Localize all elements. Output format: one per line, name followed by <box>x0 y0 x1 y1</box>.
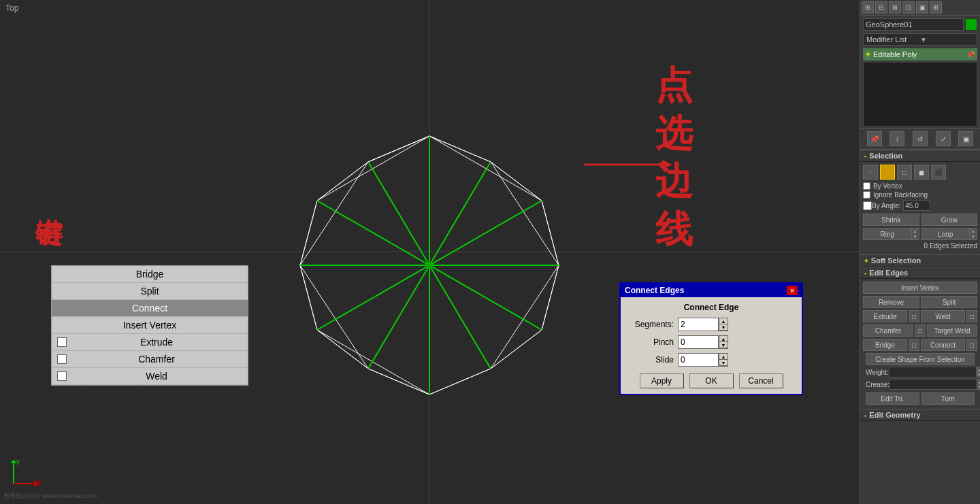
panel-icon-move[interactable]: ↕ <box>889 131 904 146</box>
ring-spinner-down[interactable]: ▼ <box>912 234 919 239</box>
dialog-title: Connect Edges ✕ <box>621 284 802 297</box>
panel-icon-select[interactable]: ▣ <box>958 131 973 146</box>
grow-button[interactable]: Grow <box>921 214 978 226</box>
subobject-icons: · ⟋ □ ◼ ⬛ <box>863 165 977 180</box>
menu-item-weld[interactable]: Weld <box>52 368 248 385</box>
slide-spinner-down[interactable]: ▼ <box>719 360 728 366</box>
menu-item-extrude[interactable]: Extrude <box>52 334 248 351</box>
extrude-sq-button[interactable]: □ <box>909 310 919 322</box>
panel-icon-pin[interactable]: 📌 <box>867 131 882 146</box>
polygon-icon[interactable]: ◼ <box>914 165 929 180</box>
target-weld-button[interactable]: Target Weld <box>927 324 977 337</box>
object-name-field <box>863 18 977 31</box>
toolbar-icon-2[interactable]: ⊟ <box>875 1 887 14</box>
apply-button[interactable]: Apply <box>640 373 684 388</box>
slide-spinner-up[interactable]: ▲ <box>719 354 728 360</box>
panel-icon-scale[interactable]: ⤢ <box>936 131 951 146</box>
remove-button[interactable]: Remove <box>863 296 919 308</box>
insert-vertex-button[interactable]: Insert Vertex <box>863 282 977 294</box>
selection-section-header[interactable]: - Selection <box>860 150 980 162</box>
create-shape-button[interactable]: Create Shape From Selection <box>866 353 975 365</box>
toolbar-icon-5[interactable]: ▣ <box>916 1 928 14</box>
viewport-grid <box>0 0 860 504</box>
by-angle-checkbox[interactable] <box>863 201 872 210</box>
shrink-button[interactable]: Shrink <box>863 214 919 226</box>
ok-button[interactable]: OK <box>689 373 734 388</box>
weight-spinner-down[interactable]: ▼ <box>977 372 980 377</box>
context-menu: Bridge Split Connect Insert Vertex Extru… <box>51 265 248 386</box>
pinch-spinner[interactable]: ▲ ▼ <box>719 335 728 349</box>
object-name-input[interactable] <box>863 18 964 31</box>
menu-item-connect[interactable]: Connect <box>52 300 248 317</box>
toolbar-icon-3[interactable]: ⊠ <box>889 1 901 14</box>
extrude-button[interactable]: Extrude <box>863 310 907 322</box>
soft-selection-header[interactable]: + Soft Selection <box>860 254 980 267</box>
element-icon[interactable]: ⬛ <box>931 165 946 180</box>
object-color-box[interactable] <box>965 18 977 31</box>
segments-spinner-up[interactable]: ▲ <box>719 318 728 324</box>
pinch-input[interactable] <box>678 335 719 349</box>
loop-button[interactable]: Loop <box>921 228 970 240</box>
pinch-spinner-down[interactable]: ▼ <box>719 342 728 348</box>
modifier-stack <box>863 62 977 127</box>
ring-button[interactable]: Ring <box>863 228 911 240</box>
segments-spinner-down[interactable]: ▼ <box>719 324 728 331</box>
menu-item-insert-vertex[interactable]: Insert Vertex <box>52 317 248 334</box>
axis-indicator: X Y <box>10 460 41 490</box>
cancel-button[interactable]: Cancel <box>739 373 783 388</box>
chamfer-button[interactable]: Chamfer <box>863 324 913 337</box>
dialog-close-button[interactable]: ✕ <box>787 286 798 295</box>
connect-sq-button[interactable]: □ <box>966 339 977 351</box>
viewport[interactable]: Top 右键 点 选 边 线 Bridge Split Connect Inse… <box>0 0 860 504</box>
right-panel: ⊞ ⊟ ⊠ ⊡ ▣ ⊞ Modifier List ▼ + Editable P… <box>860 0 980 504</box>
segments-spinner[interactable]: ▲ ▼ <box>719 318 728 331</box>
by-vertex-checkbox[interactable] <box>863 182 870 190</box>
ring-spinner[interactable]: ▲ ▼ <box>911 228 919 240</box>
chamfer-targetweld-row: Chamfer □ Target Weld <box>863 324 977 337</box>
toolbar-icon-4[interactable]: ⊡ <box>902 1 915 14</box>
turn-button[interactable]: Turn <box>921 392 975 405</box>
bridge-button[interactable]: Bridge <box>863 339 907 351</box>
toolbar-icon-6[interactable]: ⊞ <box>930 1 942 14</box>
toolbar-icon-1[interactable]: ⊞ <box>862 1 874 14</box>
menu-item-chamfer[interactable]: Chamfer <box>52 351 248 368</box>
pinch-spinner-up[interactable]: ▲ <box>719 336 728 342</box>
border-icon[interactable]: □ <box>897 165 912 180</box>
bridge-connect-row: Bridge □ Connect □ <box>863 339 977 351</box>
loop-spinner[interactable]: ▲ ▼ <box>969 228 977 240</box>
loop-spinner-up[interactable]: ▲ <box>970 229 977 234</box>
extrude-weld-row: Extrude □ Weld □ <box>863 310 977 322</box>
weld-button[interactable]: Weld <box>921 310 965 322</box>
svg-point-45 <box>427 263 432 268</box>
edge-icon[interactable]: ⟋ <box>880 165 895 180</box>
edit-tri-button[interactable]: Edit Tri. <box>866 392 919 405</box>
weld-sq-button[interactable]: □ <box>966 310 977 322</box>
split-button[interactable]: Split <box>921 296 977 308</box>
crease-spinner[interactable]: ▲ ▼ <box>977 379 980 390</box>
weld-checkbox <box>57 371 67 381</box>
editable-poly-item[interactable]: + Editable Poly 📌 <box>863 48 977 61</box>
crease-input[interactable] <box>889 379 977 390</box>
ignore-backfacing-checkbox[interactable] <box>863 191 870 199</box>
vertex-icon[interactable]: · <box>863 165 878 180</box>
menu-item-split[interactable]: Split <box>52 283 248 300</box>
weight-spinner-up[interactable]: ▲ <box>977 367 980 372</box>
chamfer-sq-button[interactable]: □ <box>915 324 926 337</box>
slide-spinner[interactable]: ▲ ▼ <box>719 353 728 367</box>
segments-label: Segments: <box>626 320 674 329</box>
slide-input[interactable] <box>678 353 719 367</box>
segments-input[interactable] <box>678 318 719 331</box>
by-angle-input[interactable] <box>903 200 930 211</box>
connect-button[interactable]: Connect <box>921 339 965 351</box>
edit-edges-section-header[interactable]: - Edit Edges <box>860 267 980 279</box>
edit-geometry-section-header[interactable]: - Edit Geometry <box>860 409 980 421</box>
menu-item-bridge[interactable]: Bridge <box>52 266 248 283</box>
by-vertex-row: By Vertex <box>863 182 977 190</box>
ring-spinner-up[interactable]: ▲ <box>912 229 919 234</box>
bridge-sq-button[interactable]: □ <box>909 339 919 351</box>
weight-spinner[interactable]: ▲ ▼ <box>977 367 980 377</box>
panel-icon-rotate[interactable]: ↺ <box>913 131 928 146</box>
modifier-dropdown[interactable]: Modifier List ▼ <box>863 33 977 46</box>
loop-spinner-down[interactable]: ▼ <box>970 234 977 239</box>
weight-input[interactable] <box>889 367 977 377</box>
